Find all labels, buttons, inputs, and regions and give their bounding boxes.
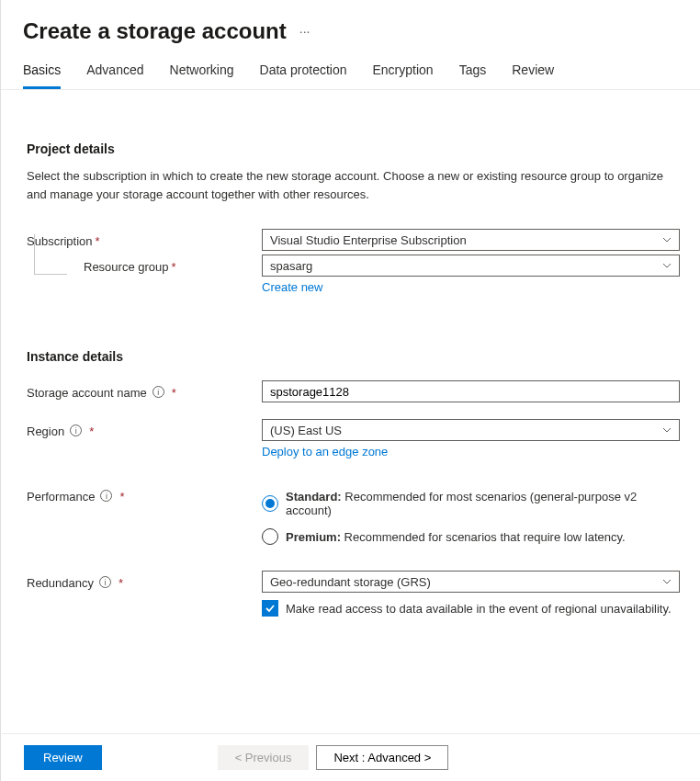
read-access-label: Make read access to data available in th…	[286, 602, 672, 616]
region-dropdown[interactable]: (US) East US	[262, 419, 680, 441]
redundancy-dropdown[interactable]: Geo-redundant storage (GRS)	[262, 571, 680, 593]
info-icon[interactable]: i	[99, 576, 111, 588]
tab-data-protection[interactable]: Data protection	[260, 59, 347, 89]
required-indicator: *	[172, 260, 176, 274]
read-access-checkbox[interactable]	[262, 600, 278, 617]
tab-basics[interactable]: Basics	[23, 59, 61, 89]
region-label: Region i *	[27, 419, 262, 458]
tab-networking[interactable]: Networking	[170, 59, 234, 89]
performance-label: Performance i *	[27, 484, 262, 550]
previous-button: < Previous	[218, 745, 310, 770]
required-indicator: *	[96, 234, 100, 248]
info-icon[interactable]: i	[70, 424, 82, 436]
performance-standard-radio[interactable]	[262, 495, 278, 512]
redundancy-label: Redundancy i *	[27, 571, 262, 617]
required-indicator: *	[119, 490, 124, 504]
section-title-project-details: Project details	[27, 141, 680, 156]
next-button[interactable]: Next : Advanced >	[316, 745, 448, 770]
tree-connector	[34, 234, 67, 275]
page-title: Create a storage account	[23, 18, 287, 44]
required-indicator: *	[89, 424, 94, 438]
deploy-edge-zone-link[interactable]: Deploy to an edge zone	[262, 445, 388, 458]
info-icon[interactable]: i	[152, 386, 164, 398]
subscription-dropdown[interactable]: Visual Studio Enterprise Subscription	[262, 229, 680, 251]
tab-review[interactable]: Review	[512, 59, 554, 89]
required-indicator: *	[119, 576, 123, 590]
storage-account-name-input[interactable]	[262, 380, 680, 402]
storage-account-name-label: Storage account name i *	[27, 380, 262, 402]
performance-standard-label: Standard: Recommended for most scenarios…	[286, 490, 680, 517]
tab-advanced[interactable]: Advanced	[86, 59, 143, 89]
review-button[interactable]: Review	[24, 745, 102, 770]
performance-premium-label: Premium: Recommended for scenarios that …	[286, 530, 626, 544]
section-title-instance-details: Instance details	[27, 349, 680, 364]
section-desc-project-details: Select the subscription in which to crea…	[27, 167, 680, 203]
tab-encryption[interactable]: Encryption	[373, 59, 434, 89]
create-new-link[interactable]: Create new	[262, 280, 322, 294]
command-bar-overflow-icon[interactable]: ···	[299, 24, 310, 39]
resource-group-label: Resource group*	[84, 260, 176, 274]
performance-premium-radio[interactable]	[262, 528, 278, 545]
info-icon[interactable]: i	[100, 490, 112, 502]
tab-tags[interactable]: Tags	[459, 59, 487, 89]
required-indicator: *	[172, 386, 176, 400]
wizard-tabs: Basics Advanced Networking Data protecti…	[1, 59, 700, 90]
resource-group-dropdown[interactable]: spasarg	[262, 255, 680, 277]
check-icon	[265, 603, 276, 614]
